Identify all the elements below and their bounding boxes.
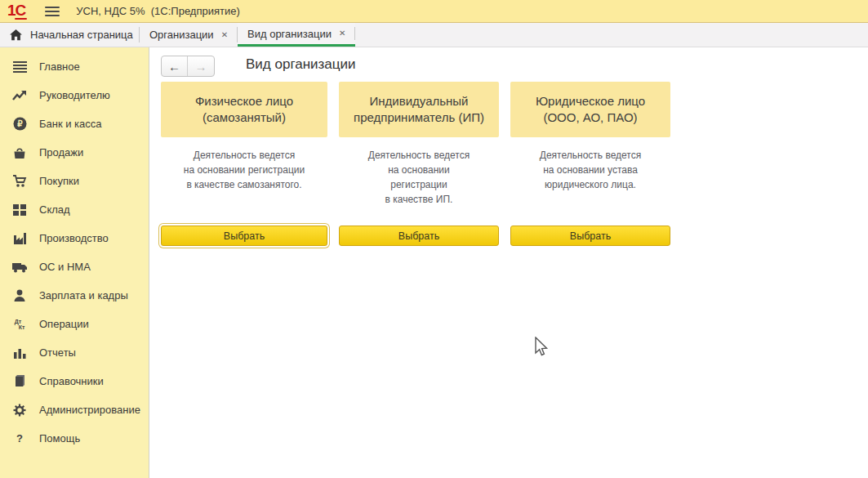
sidebar-item-bank-cash[interactable]: ₽ Банк и касса — [0, 109, 149, 138]
back-arrow-icon: ← — [168, 60, 180, 74]
forward-button[interactable]: → — [188, 56, 214, 76]
1c-logo: 1С — [7, 2, 25, 20]
person-icon — [11, 288, 29, 303]
sidebar-item-administration[interactable]: Администрирование — [0, 395, 149, 424]
shopping-bag-icon — [11, 145, 29, 160]
main-content: ← → Вид организации Физическое лицо (сам… — [150, 47, 868, 478]
trend-chart-icon — [11, 88, 29, 103]
card-title: Юридическое лицо (ООО, АО, ПАО) — [510, 82, 670, 137]
window-title: УСН, НДС 5% (1С:Предприятие) — [76, 5, 239, 17]
sidebar-item-production[interactable]: Производство — [0, 224, 149, 252]
title-bar: 1С УСН, НДС 5% (1С:Предприятие) — [0, 0, 868, 23]
truck-icon — [11, 260, 29, 275]
tab-organization-type[interactable]: Вид организации ✕ — [238, 23, 355, 47]
card-legal-entity: Юридическое лицо (ООО, АО, ПАО) Деятельн… — [510, 82, 670, 246]
card-individual-self-employed: Физическое лицо (самозанятый) Деятельнос… — [161, 82, 327, 246]
card-description: Деятельность ведется на основании регист… — [339, 148, 499, 207]
book-icon — [11, 374, 29, 389]
back-button[interactable]: ← — [162, 56, 188, 76]
sidebar-item-help[interactable]: ? Помощь — [0, 424, 149, 453]
page-title: Вид организации — [246, 56, 356, 73]
sidebar-item-reports[interactable]: Отчеты — [0, 338, 149, 367]
tab-home[interactable]: Начальная страница — [0, 23, 140, 47]
sidebar-item-operations[interactable]: ДтКт Операции — [0, 310, 149, 338]
tab-organizations[interactable]: Организации ✕ — [140, 23, 238, 47]
organization-type-cards: Физическое лицо (самозанятый) Деятельнос… — [161, 82, 670, 246]
question-icon: ? — [11, 431, 29, 446]
history-nav: ← → — [161, 56, 215, 77]
gear-icon — [11, 403, 29, 418]
tab-close-icon[interactable]: ✕ — [339, 29, 345, 38]
factory-icon — [11, 231, 29, 246]
sidebar-item-main[interactable]: Главное — [0, 52, 149, 81]
main-menu-icon[interactable] — [45, 7, 60, 16]
svg-text:₽: ₽ — [17, 119, 23, 128]
menu-lines-icon — [11, 60, 29, 74]
bar-chart-icon — [11, 346, 29, 360]
boxes-icon — [11, 203, 29, 217]
card-title: Индивидуальный предприниматель (ИП) — [339, 82, 499, 137]
select-button-entrepreneur[interactable]: Выбрать — [339, 226, 499, 246]
forward-arrow-icon: → — [195, 60, 207, 74]
sidebar-menu: Главное Руководителю ₽ Банк и касса Прод… — [0, 47, 149, 478]
sidebar-item-warehouse[interactable]: Склад — [0, 195, 149, 224]
select-button-legal-entity[interactable]: Выбрать — [510, 226, 670, 246]
sidebar-item-manager[interactable]: Руководителю — [0, 81, 149, 109]
tab-close-icon[interactable]: ✕ — [221, 31, 228, 39]
debit-credit-icon: ДтКт — [11, 317, 29, 332]
sidebar-item-salary-hr[interactable]: Зарплата и кадры — [0, 281, 149, 310]
home-icon — [10, 29, 22, 41]
sidebar-item-fixed-assets[interactable]: ОС и НМА — [0, 252, 149, 281]
tab-bar: Начальная страница Организации ✕ Вид орг… — [0, 23, 868, 47]
card-title: Физическое лицо (самозанятый) — [161, 82, 327, 137]
tab-home-label: Начальная страница — [30, 29, 133, 41]
sidebar-item-sales[interactable]: Продажи — [0, 138, 149, 167]
card-description: Деятельность ведется на основании устава… — [510, 148, 670, 192]
ruble-circle-icon: ₽ — [11, 117, 29, 132]
sidebar-item-directories[interactable]: Справочники — [0, 367, 149, 395]
select-button-self-employed[interactable]: Выбрать — [161, 226, 327, 246]
shopping-cart-icon — [11, 174, 29, 189]
card-individual-entrepreneur: Индивидуальный предприниматель (ИП) Деят… — [339, 82, 499, 246]
card-description: Деятельность ведется на основании регист… — [161, 148, 327, 192]
sidebar-item-purchases[interactable]: Покупки — [0, 167, 149, 195]
